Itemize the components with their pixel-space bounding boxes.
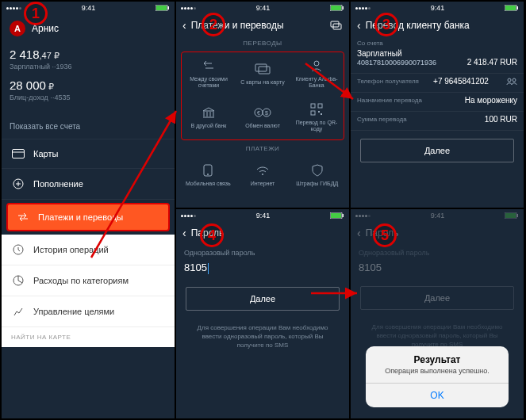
wifi-icon: [255, 163, 270, 178]
show-all-accounts[interactable]: Показать все счета: [2, 117, 175, 139]
step-badge-1: 1: [24, 2, 48, 25]
purpose-section[interactable]: Назначение перевода На мороженку: [351, 93, 524, 112]
menu-cards-label: Карты: [33, 149, 58, 158]
status-bar: 9:41: [176, 2, 349, 14]
battery-icon: [330, 212, 344, 219]
svg-point-33: [508, 78, 511, 82]
avatar: A: [10, 21, 25, 36]
from-account-section[interactable]: Со счета Зарплатный 40817810006990071936…: [351, 36, 524, 74]
step-badge-5: 5: [373, 223, 397, 247]
shield-icon: [312, 163, 323, 178]
alert-message: Операция выполнена успешно.: [366, 367, 509, 383]
from-balance: 2 418.47 RUR: [467, 58, 517, 67]
next-button: Далее: [360, 286, 514, 310]
cell-other-bank[interactable]: В другой банк: [182, 96, 236, 139]
otp-input[interactable]: 8105: [176, 258, 349, 279]
back-icon[interactable]: ‹: [357, 19, 361, 32]
contacts-icon[interactable]: [506, 78, 517, 86]
screen-3-transfer-form: 9:41 ‹ Перевод клиенту банка Со счета За…: [351, 2, 524, 208]
phone-label: Телефон получателя: [357, 78, 419, 85]
screen-2-payments: 9:41 ‹ Платежи и переводы ПЕРЕВОДЫ Между…: [176, 2, 349, 208]
cell-card-to-card[interactable]: С карты на карту: [236, 52, 290, 96]
cell-internet[interactable]: Интернет: [236, 157, 290, 193]
status-time: 9:41: [256, 212, 271, 220]
status-time: 9:41: [256, 4, 271, 12]
svg-rect-3: [13, 150, 25, 158]
from-name: Зарплатный: [357, 49, 402, 58]
alert-title: Результат: [366, 346, 509, 367]
svg-rect-39: [505, 213, 516, 218]
cell-own-accounts[interactable]: Между своими счетами: [182, 52, 236, 96]
back-icon: ‹: [357, 227, 361, 239]
purpose-value: На мороженку: [465, 96, 517, 105]
templates-icon[interactable]: [330, 20, 343, 31]
svg-rect-25: [318, 111, 320, 113]
menu-history[interactable]: История операций: [2, 235, 175, 265]
menu-expenses[interactable]: Расходы по категориям: [2, 265, 175, 296]
next-button[interactable]: Далее: [360, 139, 514, 162]
from-label: Со счета: [357, 40, 517, 47]
svg-point-34: [513, 78, 516, 82]
bank-icon: [202, 105, 216, 120]
back-icon[interactable]: ‹: [182, 227, 186, 239]
card-icon: [11, 149, 25, 158]
phone-value: +7 9645841202: [433, 77, 489, 86]
status-bar: 9:41: [351, 2, 524, 14]
battery-icon: [155, 5, 170, 11]
step-badge-3: 3: [374, 13, 398, 36]
menu-goals[interactable]: Управление целями: [2, 296, 175, 327]
cell-bank-client[interactable]: Клиенту Альфа-Банка: [290, 52, 344, 96]
battery-icon: [505, 212, 519, 219]
screen-1-home: 9:41 A Арнис 2 418,47 ₽ Зарплатный ··193…: [2, 2, 175, 418]
menu-payments-transfers[interactable]: Платежи и переводы: [6, 203, 170, 231]
svg-rect-32: [517, 6, 519, 10]
svg-rect-40: [517, 214, 519, 217]
alert-ok-button[interactable]: OK: [366, 383, 509, 407]
find-on-map[interactable]: НАЙТИ НА КАРТЕ: [2, 327, 175, 347]
svg-rect-36: [331, 213, 341, 218]
back-icon[interactable]: ‹: [182, 19, 186, 32]
phone-icon: [203, 163, 213, 178]
alert-overlay: Результат Операция выполнена успешно. OK: [351, 346, 524, 407]
svg-rect-1: [156, 6, 167, 10]
svg-rect-24: [311, 111, 315, 115]
svg-point-17: [314, 61, 319, 66]
menu-topup[interactable]: Пополнение: [2, 169, 175, 200]
menu-payments-label: Платежи и переводы: [38, 212, 123, 222]
menu-cards[interactable]: Карты: [2, 139, 175, 169]
svg-rect-12: [343, 6, 344, 10]
section-payments: ПЛАТЕЖИ: [176, 142, 349, 155]
result-alert: Результат Операция выполнена успешно. OK: [366, 346, 509, 407]
menu-expenses-label: Расходы по категориям: [33, 276, 129, 285]
menu-history-label: История операций: [33, 245, 109, 254]
account-2[interactable]: 28 000 ₽ Блиц-доход ··4535: [10, 78, 167, 101]
step-badge-2: 2: [202, 13, 225, 36]
status-bar: 9:41: [176, 209, 349, 222]
account-1[interactable]: 2 418,47 ₽ Зарплатный ··1936: [10, 48, 167, 71]
cell-fines[interactable]: Штрафы ГИБДД: [290, 157, 344, 193]
next-button[interactable]: Далее: [186, 287, 340, 311]
cell-exchange[interactable]: €$Обмен валют: [236, 96, 290, 139]
svg-point-28: [207, 174, 209, 175]
svg-rect-23: [318, 104, 322, 108]
phone-section[interactable]: Телефон получателя +7 9645841202: [351, 74, 524, 93]
card-to-card-icon: [255, 62, 271, 76]
section-transfers: ПЕРЕВОДЫ: [176, 36, 349, 50]
svg-rect-37: [343, 214, 344, 217]
svg-rect-26: [321, 113, 322, 115]
status-bar: 9:41: [351, 209, 524, 222]
chart-icon: [11, 306, 25, 317]
svg-rect-2: [168, 6, 170, 10]
cell-qr[interactable]: Перевод по QR-коду: [290, 96, 344, 139]
pie-icon: [11, 275, 25, 286]
status-time: 9:41: [82, 4, 96, 12]
cell-mobile[interactable]: Мобильная связь: [181, 157, 236, 193]
svg-rect-31: [505, 6, 516, 10]
status-time: 9:41: [431, 212, 445, 220]
svg-point-29: [262, 174, 263, 175]
amount-section[interactable]: Сумма перевода 100 RUR: [351, 112, 524, 131]
battery-icon: [330, 5, 344, 11]
exchange-icon: €$: [254, 105, 271, 120]
qr-icon: [310, 102, 323, 116]
plus-icon: [11, 178, 25, 189]
